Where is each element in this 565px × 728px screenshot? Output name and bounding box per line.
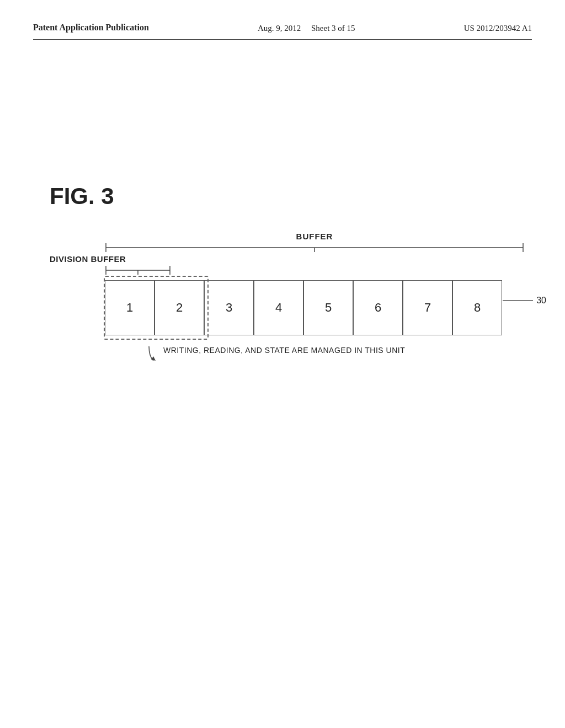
ref-30-line [503, 300, 533, 301]
note-text: WRITING, READING, AND STATE ARE MANAGED … [163, 345, 405, 356]
cell-7: 7 [403, 280, 452, 335]
buffer-table: 1 2 3 4 5 6 7 8 [105, 280, 502, 335]
patent-number: US 2012/203942 A1 [464, 22, 532, 35]
ref-number: 30 [536, 296, 546, 306]
buffer-label: BUFFER [105, 232, 524, 241]
diagram-area: BUFFER DIVISION BUFFER [50, 232, 502, 363]
publication-date: Aug. 9, 2012 [258, 24, 301, 33]
division-buffer-label: DIVISION BUFFER [50, 254, 502, 264]
arrow-icon [143, 345, 159, 363]
publication-title: Patent Application Publication [33, 22, 149, 34]
buffer-label-area: BUFFER [105, 232, 524, 253]
sheet-info: Sheet 3 of 15 [311, 24, 355, 33]
header-center: Aug. 9, 2012 Sheet 3 of 15 [258, 22, 355, 35]
buffer-table-wrapper: 1 2 3 4 5 6 7 8 30 [50, 280, 502, 335]
page-container: Patent Application Publication Aug. 9, 2… [0, 0, 565, 728]
cell-8: 8 [452, 280, 502, 335]
cell-6: 6 [353, 280, 403, 335]
page-header: Patent Application Publication Aug. 9, 2… [33, 22, 532, 40]
figure-title: FIG. 3 [50, 183, 532, 210]
cell-5: 5 [303, 280, 353, 335]
cell-2: 2 [154, 280, 204, 335]
buffer-brace [105, 242, 524, 253]
division-buffer-area: DIVISION BUFFER [50, 254, 502, 278]
cell-1: 1 [105, 280, 154, 335]
division-brace [105, 265, 171, 278]
cell-3: 3 [204, 280, 254, 335]
ref-30-area: 30 [503, 296, 546, 306]
cell-4: 4 [254, 280, 303, 335]
note-area: WRITING, READING, AND STATE ARE MANAGED … [143, 345, 502, 363]
